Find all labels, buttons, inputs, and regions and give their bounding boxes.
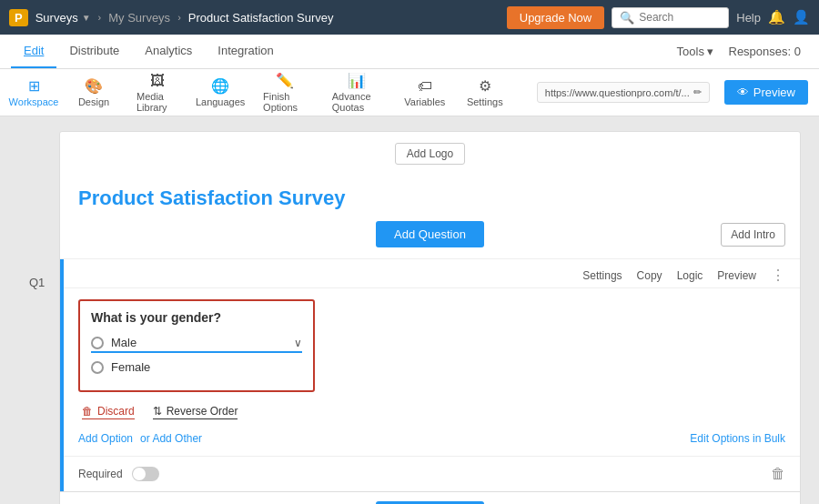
option-female-label: Female [111, 360, 150, 374]
discard-label: Discard [97, 405, 135, 418]
search-icon: 🔍 [620, 11, 634, 25]
meta-settings[interactable]: Settings [582, 269, 622, 282]
option-male-label: Male [111, 336, 287, 349]
settings-label: Settings [467, 96, 503, 107]
toolbar-media-library[interactable]: 🖼 Media Library [131, 69, 183, 116]
design-label: Design [78, 96, 109, 107]
tab-analytics[interactable]: Analytics [132, 35, 205, 68]
preview-url-box: https://www.questionpro.com/t/... ✏ [537, 82, 710, 103]
advance-quotas-icon: 📊 [348, 72, 366, 89]
meta-copy[interactable]: Copy [637, 269, 662, 282]
design-icon: 🎨 [85, 77, 103, 95]
more-options-icon[interactable]: ⋮ [771, 267, 785, 284]
reverse-icon: ⇅ [153, 405, 162, 418]
survey-header: Add Logo [60, 132, 800, 177]
question-section: Settings Copy Logic Preview ⋮ What is yo… [60, 259, 800, 491]
question-meta-bar: Settings Copy Logic Preview ⋮ [64, 259, 800, 288]
tab-edit[interactable]: Edit [11, 35, 56, 68]
user-menu-icon[interactable]: 👤 [793, 9, 810, 25]
delete-question-icon[interactable]: 🗑 [771, 466, 785, 482]
help-link[interactable]: Help [736, 11, 761, 25]
upgrade-button[interactable]: Upgrade Now [507, 6, 605, 29]
add-other-link[interactable]: or Add Other [140, 432, 202, 445]
dropdown-arrow-icon[interactable]: ∨ [294, 337, 302, 349]
media-library-label: Media Library [136, 91, 177, 113]
toolbar-advance-quotas[interactable]: 📊 Advance Quotas [327, 68, 388, 116]
media-library-icon: 🖼 [150, 73, 165, 89]
eye-icon: 👁 [737, 86, 749, 99]
bottom-bar: Add Question ⊟ Page Break ☑ Separator [60, 491, 800, 504]
logo-button[interactable]: P [9, 9, 28, 26]
toolbar-languages[interactable]: 🌐 Languages [197, 74, 243, 111]
toolbar-finish-options[interactable]: ✏️ Finish Options [258, 68, 312, 116]
top-nav: P Surveys ▼ › My Surveys › Product Satis… [0, 0, 819, 35]
question-edit-box[interactable]: What is your gender? Male ∨ Female [78, 299, 315, 392]
add-option-row: Add Option or Add Other Edit Options in … [78, 432, 785, 445]
question-actions: 🗑 Discard ⇅ Reverse Order [78, 405, 785, 419]
reverse-order-label: Reverse Order [167, 405, 238, 418]
question-body: What is your gender? Male ∨ Female [64, 288, 800, 456]
variables-label: Variables [404, 96, 445, 107]
add-logo-button[interactable]: Add Logo [395, 143, 465, 165]
toggle-knob [133, 468, 146, 480]
finish-options-icon: ✏️ [276, 72, 294, 89]
add-intro-button[interactable]: Add Intro [721, 223, 785, 247]
question-container: Q1 Settings Copy Logic Preview ⋮ Wh [60, 259, 800, 491]
tab-integration[interactable]: Integration [205, 35, 286, 68]
radio-male-icon [91, 337, 104, 349]
survey-title: Product Satisfaction Survey [60, 177, 800, 210]
tools-button[interactable]: Tools ▾ [670, 40, 722, 63]
add-question-button[interactable]: Add Question [376, 221, 484, 247]
tab-distribute[interactable]: Distribute [56, 35, 132, 68]
preview-label: Preview [753, 86, 795, 99]
my-surveys-link[interactable]: My Surveys [108, 11, 170, 25]
add-question-bar: Add Question Add Intro [60, 210, 800, 259]
survey-card: Add Logo Product Satisfaction Survey Add… [59, 131, 801, 504]
toolbar-design[interactable]: 🎨 Design [71, 74, 116, 111]
discard-icon: 🗑 [82, 405, 93, 418]
discard-button[interactable]: 🗑 Discard [82, 405, 135, 419]
responses-count: Responses: 0 [722, 40, 809, 63]
required-toggle[interactable] [132, 467, 159, 481]
edit-url-icon[interactable]: ✏ [693, 86, 702, 98]
url-text: https://www.questionpro.com/t/... [545, 87, 690, 98]
notification-bell-icon[interactable]: 🔔 [768, 9, 785, 25]
meta-logic[interactable]: Logic [677, 269, 703, 282]
toolbar-variables[interactable]: 🏷 Variables [402, 75, 448, 111]
meta-preview[interactable]: Preview [717, 269, 756, 282]
languages-icon: 🌐 [211, 77, 229, 95]
survey-wrapper: Add Logo Product Satisfaction Survey Add… [18, 131, 801, 504]
dropdown-arrow-icon: ▼ [82, 13, 91, 23]
finish-options-label: Finish Options [263, 91, 307, 113]
toolbar: ⊞ Workspace 🎨 Design 🖼 Media Library 🌐 L… [0, 69, 819, 116]
surveys-nav[interactable]: Surveys ▼ [35, 11, 91, 25]
reverse-order-button[interactable]: ⇅ Reverse Order [153, 405, 238, 419]
question-number: Q1 [29, 276, 45, 289]
workspace-icon: ⊞ [28, 77, 40, 95]
surveys-label: Surveys [35, 11, 78, 25]
question-text: What is your gender? [91, 310, 302, 325]
toolbar-workspace[interactable]: ⊞ Workspace [11, 74, 56, 111]
advance-quotas-label: Advance Quotas [332, 91, 382, 113]
settings-icon: ⚙ [479, 77, 491, 95]
secondary-nav: Edit Distribute Analytics Integration To… [0, 35, 819, 69]
required-row: Required 🗑 [64, 456, 800, 491]
toolbar-settings[interactable]: ⚙ Settings [462, 74, 508, 111]
option-male-row[interactable]: Male ∨ [91, 336, 302, 353]
main-content: Add Logo Product Satisfaction Survey Add… [0, 116, 819, 504]
search-input[interactable] [639, 11, 721, 24]
breadcrumb-arrow: › [98, 12, 102, 23]
breadcrumb-arrow2: › [177, 12, 181, 23]
survey-title-breadcrumb: Product Satisfaction Survey [188, 11, 334, 25]
edit-options-bulk-link[interactable]: Edit Options in Bulk [690, 432, 785, 445]
languages-label: Languages [196, 96, 245, 107]
add-option-link[interactable]: Add Option [78, 432, 133, 445]
option-female-row[interactable]: Female [91, 360, 302, 374]
workspace-label: Workspace [9, 96, 59, 107]
variables-icon: 🏷 [418, 78, 432, 95]
preview-button[interactable]: 👁 Preview [724, 80, 808, 105]
search-box[interactable]: 🔍 [612, 7, 729, 28]
required-label: Required [78, 468, 123, 480]
radio-female-icon [91, 361, 104, 374]
